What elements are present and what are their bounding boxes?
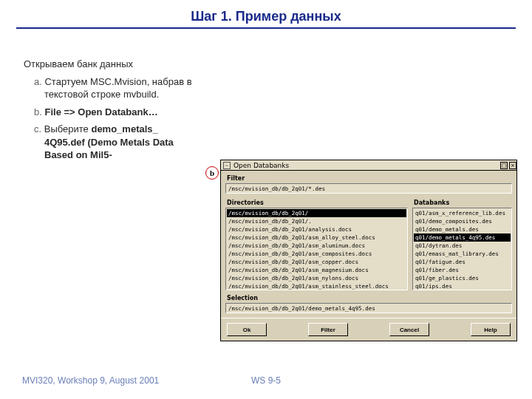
help-button[interactable]: Help bbox=[471, 323, 511, 336]
list-item[interactable]: /msc/mvision_db/db_2q01/asm_magnesium.do… bbox=[227, 266, 406, 274]
directories-list[interactable]: /msc/mvision_db/db_2q01//msc/mvision_db/… bbox=[225, 208, 408, 290]
slide-title: Шаг 1. Пример данных bbox=[0, 9, 532, 24]
list-item[interactable]: /msc/mvision_db/db_2q01/asm_alloy_steel.… bbox=[227, 233, 406, 242]
list-item[interactable]: q01/ge_plastics.des bbox=[414, 274, 511, 282]
list-item[interactable]: /msc/mvision_db/db_2q01/asm_nylons.docs bbox=[227, 274, 406, 282]
step-c: c. Выберите demo_metals_ 4Q95.def (Demo … bbox=[34, 123, 201, 162]
callout-b: b bbox=[205, 166, 219, 180]
step-a-code: mvbuild bbox=[123, 89, 157, 100]
dialog-title: Open Databanks bbox=[233, 162, 289, 169]
list-item[interactable]: /msc/mvision_db/db_2q01/analysis.docs bbox=[227, 225, 406, 233]
list-item[interactable]: q01/asm_x_reference_lib.des bbox=[414, 209, 511, 217]
databanks-list[interactable]: q01/asm_x_reference_lib.desq01/demo_comp… bbox=[412, 208, 512, 290]
close-icon[interactable]: × bbox=[509, 162, 516, 169]
step-a-post: . bbox=[157, 89, 160, 100]
list-item[interactable]: q01/fiber.des bbox=[414, 266, 511, 274]
body-text: Открываем банк данных a. Стартуем MSC.Mv… bbox=[24, 58, 201, 166]
list-item[interactable]: q01/ips.des bbox=[414, 282, 511, 290]
step-a: a. Стартуем MSC.Mvision, набрав в тексто… bbox=[34, 75, 201, 101]
step-c-pre: Выберите bbox=[44, 123, 92, 134]
list-item[interactable]: /msc/mvision_db/db_2q01/asm_composites.d… bbox=[227, 250, 406, 258]
list-item[interactable]: /msc/mvision_db/db_2q01/asm_aluminum.doc… bbox=[227, 242, 406, 250]
list-item[interactable]: /msc/mvision_db/db_2q01/ bbox=[227, 209, 406, 217]
list-item[interactable]: /msc/mvision_db/db_2q01/. bbox=[227, 217, 406, 225]
databanks-label: Databanks bbox=[414, 200, 512, 206]
step-a-pre: Стартуем MSC.Mvision, набрав в текстовой… bbox=[44, 76, 192, 100]
open-databanks-dialog: – Open Databanks □ × Filter /msc/mvision… bbox=[220, 160, 517, 341]
footer-center: WS 9-5 bbox=[0, 375, 532, 386]
filter-input[interactable]: /msc/mvision_db/db_2q01/*.des bbox=[225, 183, 512, 194]
selection-input[interactable]: /msc/mvision_db/db_2q01/demo_metals_4q95… bbox=[225, 303, 512, 313]
dialog-titlebar[interactable]: – Open Databanks □ × bbox=[221, 160, 516, 171]
intro-text: Открываем банк данных bbox=[24, 58, 201, 71]
ok-button[interactable]: Ok bbox=[227, 323, 267, 336]
marker-a: a. bbox=[34, 76, 42, 87]
list-item[interactable]: /msc/mvision_db/db_2q01/asm_copper.docs bbox=[227, 258, 406, 266]
filter-label: Filter bbox=[227, 175, 512, 182]
cancel-button[interactable]: Cancel bbox=[389, 323, 429, 336]
list-item[interactable]: q01/emass_mat_library.des bbox=[414, 250, 511, 258]
window-menu-icon[interactable]: – bbox=[223, 162, 231, 169]
list-item[interactable]: q01/fatigue.des bbox=[414, 258, 511, 266]
list-item[interactable]: q01/demo_metals.des bbox=[414, 225, 511, 233]
selection-label: Selection bbox=[227, 295, 512, 301]
filter-button[interactable]: Filter bbox=[308, 323, 348, 336]
title-rule bbox=[16, 27, 516, 29]
step-b: b. File => Open Databank… bbox=[34, 106, 201, 119]
marker-c: c. bbox=[34, 123, 41, 134]
marker-b: b. bbox=[34, 106, 42, 117]
directories-label: Directories bbox=[227, 200, 408, 206]
step-b-bold: File => Open Databank… bbox=[44, 106, 157, 117]
list-item[interactable]: q01/demo_composites.des bbox=[414, 217, 511, 225]
list-item[interactable]: q01/dytran.des bbox=[414, 242, 511, 250]
list-item[interactable]: /msc/mvision_db/db_2q01/asm_stainless_st… bbox=[227, 282, 406, 290]
list-item[interactable]: q01/demo_metals_4q95.des bbox=[414, 233, 511, 242]
maximize-icon[interactable]: □ bbox=[500, 162, 508, 169]
